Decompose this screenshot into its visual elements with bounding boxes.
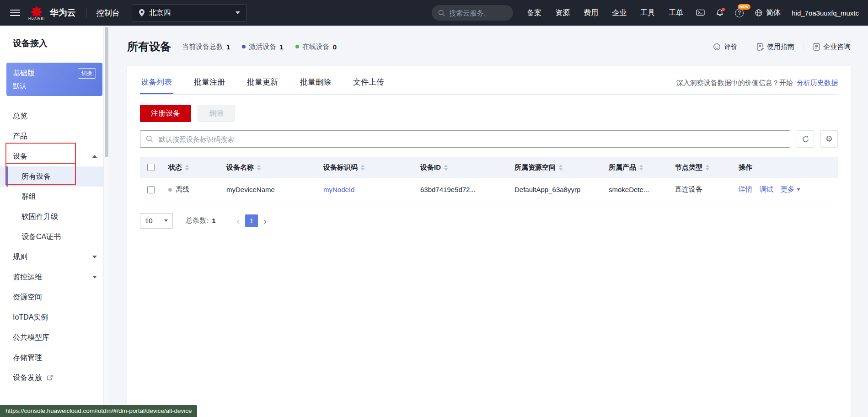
- switch-edition-button[interactable]: 切换: [78, 68, 96, 79]
- sidebar-item-devices[interactable]: 设备: [0, 146, 109, 166]
- chevron-down-icon: [92, 276, 97, 278]
- divider: [86, 8, 86, 18]
- next-page-button[interactable]: ›: [263, 216, 267, 225]
- hamburger-menu-icon[interactable]: [10, 10, 20, 16]
- new-badge: NEW: [738, 4, 750, 10]
- sidebar-item-all-devices[interactable]: 所有设备: [0, 166, 109, 187]
- feedback-button[interactable]: 评价: [713, 43, 738, 51]
- sidebar-item-iotda-instances[interactable]: IoTDA实例: [0, 307, 109, 327]
- sort-icon[interactable]: [559, 165, 563, 171]
- page-size-select[interactable]: 10: [140, 213, 173, 229]
- analyze-history-link[interactable]: 分析历史数据: [797, 79, 838, 86]
- huawei-logo[interactable]: HUAWEI: [28, 6, 45, 20]
- sidebar-item-model-library[interactable]: 公共模型库: [0, 327, 109, 348]
- cloud-search[interactable]: [432, 5, 513, 21]
- topbar: HUAWEI 华为云 控制台 北京四 备案 资源 费用 企业 工具 工单: [0, 0, 868, 26]
- sort-icon[interactable]: [361, 165, 364, 171]
- sort-icon[interactable]: [257, 165, 261, 171]
- scrollbar-thumb[interactable]: [105, 27, 108, 157]
- device-node-id-link[interactable]: myNodeId: [323, 186, 354, 193]
- chevron-down-icon: [797, 188, 800, 191]
- page-number-button[interactable]: 1: [245, 214, 258, 227]
- sidebar-item-rules[interactable]: 规则: [0, 247, 109, 267]
- divider: [13, 55, 73, 55]
- edition-card: 基础版 切换 默认: [6, 63, 102, 96]
- offline-dot-icon: [168, 188, 172, 192]
- search-icon: [438, 10, 445, 16]
- device-search-input[interactable]: [140, 130, 790, 148]
- chevron-down-icon: [164, 219, 168, 222]
- sidebar-item-storage[interactable]: 存储管理: [0, 348, 109, 368]
- brand-name[interactable]: 华为云: [50, 7, 76, 19]
- tab-batch-delete[interactable]: 批量删除: [299, 74, 332, 94]
- topbar-icons: ? NEW 简体: [696, 8, 781, 18]
- guide-doc-icon: [756, 43, 764, 51]
- nav-billing[interactable]: 费用: [584, 8, 598, 18]
- huawei-flower-icon: [30, 6, 43, 18]
- sidebar-nav: 总览 产品 设备 所有设备 群组 软固件升级 设备CA证书 规则: [0, 106, 109, 388]
- sidebar-scrollbar[interactable]: [103, 26, 109, 417]
- more-dropdown[interactable]: 更多: [781, 185, 800, 194]
- register-device-button[interactable]: 注册设备: [140, 105, 191, 122]
- account-username[interactable]: hid_7oa3uuxfq_muxtc: [792, 9, 859, 17]
- sidebar-item-resource-spaces[interactable]: 资源空间: [0, 287, 109, 307]
- nav-resources[interactable]: 资源: [555, 8, 570, 18]
- cloud-search-input[interactable]: [449, 9, 502, 17]
- tab-device-list[interactable]: 设备列表: [140, 74, 173, 94]
- search-row: ⚙: [140, 130, 838, 148]
- sidebar-item-products[interactable]: 产品: [0, 126, 109, 146]
- user-guide-button[interactable]: 使用指南: [756, 43, 794, 51]
- divider: [747, 43, 747, 50]
- notifications-bell-icon[interactable]: [716, 9, 724, 17]
- device-status: 离线: [176, 185, 189, 194]
- tabs-row: 设备列表 批量注册 批量更新 批量删除 文件上传 深入洞察设备数据中的价值信息？…: [140, 74, 838, 95]
- globe-icon: [755, 9, 763, 17]
- external-link-icon: [47, 374, 53, 381]
- resource-space: DefaultApp_63a8yyrp: [514, 186, 580, 193]
- tab-batch-update[interactable]: 批量更新: [246, 74, 279, 94]
- sort-icon[interactable]: [185, 165, 189, 171]
- help-icon[interactable]: ? NEW: [735, 9, 744, 17]
- tab-file-upload[interactable]: 文件上传: [352, 74, 385, 94]
- cli-terminal-icon[interactable]: [696, 9, 705, 17]
- region-selector[interactable]: 北京四: [132, 4, 247, 21]
- tab-batch-register[interactable]: 批量注册: [193, 74, 226, 94]
- language-switcher[interactable]: 简体: [755, 8, 781, 18]
- row-checkbox[interactable]: [147, 186, 155, 193]
- sidebar-item-overview[interactable]: 总览: [0, 106, 109, 126]
- device-list-card: 设备列表 批量注册 批量更新 批量删除 文件上传 深入洞察设备数据中的价值信息？…: [127, 66, 851, 417]
- nav-tickets[interactable]: 工单: [669, 8, 683, 18]
- notification-dot: [722, 8, 725, 11]
- sort-icon[interactable]: [639, 165, 643, 171]
- device-stats: 当前设备总数1 激活设备1 在线设备0: [182, 43, 337, 51]
- enterprise-consult-button[interactable]: 企业咨询: [813, 43, 851, 51]
- refresh-button[interactable]: [797, 130, 814, 148]
- sort-icon[interactable]: [444, 165, 448, 171]
- sort-icon[interactable]: [706, 165, 709, 171]
- sidebar-item-ca-certificates[interactable]: 设备CA证书: [0, 227, 109, 247]
- region-name: 北京四: [149, 8, 171, 18]
- node-type: 直连设备: [675, 185, 702, 193]
- sidebar-item-monitoring[interactable]: 监控运维: [0, 267, 109, 287]
- browser-status-url: https://console.huaweicloud.com/iotdm/#/…: [0, 405, 197, 417]
- column-settings-button[interactable]: ⚙: [820, 130, 838, 148]
- nav-enterprise[interactable]: 企业: [612, 8, 627, 18]
- page-title: 所有设备: [127, 39, 171, 54]
- console-link[interactable]: 控制台: [96, 8, 120, 18]
- prev-page-button[interactable]: ‹: [237, 216, 240, 225]
- sidebar-item-device-provisioning[interactable]: 设备发放: [0, 368, 109, 388]
- details-link[interactable]: 详情: [739, 185, 752, 194]
- delete-button[interactable]: 删除: [198, 105, 235, 122]
- sidebar-item-firmware-upgrade[interactable]: 软固件升级: [0, 207, 109, 227]
- main-content: 所有设备 当前设备总数1 激活设备1 在线设备0: [109, 26, 868, 417]
- sidebar-item-groups[interactable]: 群组: [0, 187, 109, 207]
- nav-beian[interactable]: 备案: [527, 8, 541, 18]
- select-all-checkbox[interactable]: [147, 164, 155, 171]
- page-navigation: ‹ 1 ›: [237, 214, 267, 227]
- product-name: smokeDete...: [609, 186, 649, 193]
- debug-link[interactable]: 调试: [760, 185, 773, 194]
- huawei-logo-text: HUAWEI: [28, 17, 45, 20]
- toolbar: 注册设备 删除: [140, 105, 838, 122]
- sidebar: 设备接入 基础版 切换 默认 总览 产品 设备 所有设备 群: [0, 26, 109, 417]
- nav-tools[interactable]: 工具: [640, 8, 655, 18]
